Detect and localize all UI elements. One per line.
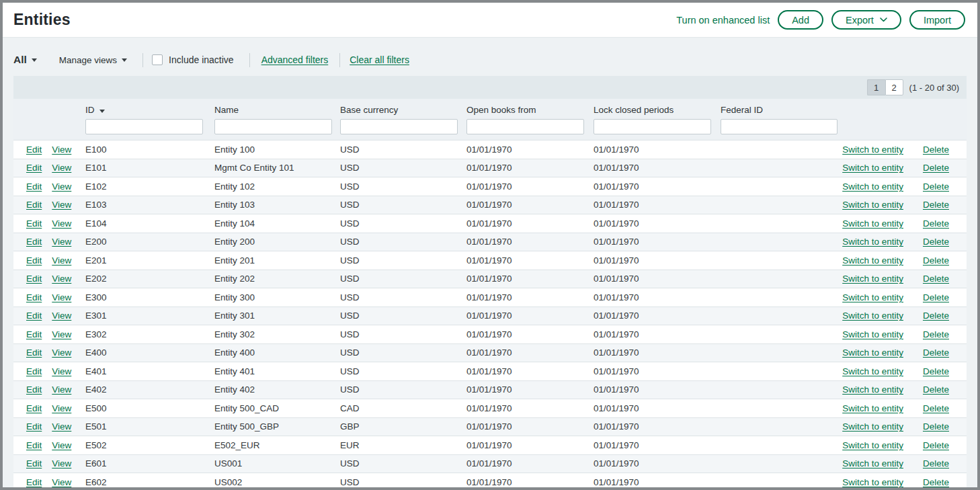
advanced-filters-link[interactable]: Advanced filters: [261, 54, 329, 65]
edit-link[interactable]: Edit: [26, 440, 42, 450]
delete-link[interactable]: Delete: [923, 163, 949, 173]
manage-views-dropdown[interactable]: Manage views: [59, 55, 127, 65]
filter-input-base-currency[interactable]: [340, 119, 458, 134]
edit-link[interactable]: Edit: [26, 329, 42, 339]
view-link[interactable]: View: [52, 163, 71, 173]
switch-to-entity-link[interactable]: Switch to entity: [842, 181, 903, 192]
edit-link[interactable]: Edit: [26, 477, 42, 487]
delete-link[interactable]: Delete: [923, 440, 949, 450]
switch-to-entity-link[interactable]: Switch to entity: [842, 292, 903, 302]
column-header-open-books-from[interactable]: Open books from: [466, 105, 594, 115]
switch-to-entity-link[interactable]: Switch to entity: [842, 163, 903, 173]
view-link[interactable]: View: [52, 200, 71, 210]
filter-input-id[interactable]: [85, 119, 203, 134]
switch-to-entity-link[interactable]: Switch to entity: [842, 237, 903, 247]
view-link[interactable]: View: [52, 440, 71, 450]
column-header-lock-closed-periods[interactable]: Lock closed periods: [594, 105, 721, 115]
view-link[interactable]: View: [52, 458, 71, 468]
switch-to-entity-link[interactable]: Switch to entity: [842, 329, 903, 339]
edit-link[interactable]: Edit: [26, 384, 42, 395]
edit-link[interactable]: Edit: [26, 181, 42, 192]
view-link[interactable]: View: [52, 477, 71, 487]
switch-to-entity-link[interactable]: Switch to entity: [842, 458, 903, 468]
filter-input-lock-closed-periods[interactable]: [594, 119, 711, 134]
page-button-2[interactable]: 2: [885, 79, 903, 95]
edit-link[interactable]: Edit: [26, 421, 42, 432]
edit-link[interactable]: Edit: [26, 274, 42, 284]
switch-to-entity-link[interactable]: Switch to entity: [842, 311, 903, 321]
column-header-federal-id[interactable]: Federal ID: [721, 105, 838, 115]
include-inactive-label[interactable]: Include inactive: [169, 54, 234, 65]
delete-link[interactable]: Delete: [923, 403, 949, 413]
edit-link[interactable]: Edit: [26, 403, 42, 413]
view-link[interactable]: View: [52, 237, 71, 247]
switch-to-entity-link[interactable]: Switch to entity: [842, 403, 903, 413]
add-button[interactable]: Add: [778, 10, 823, 30]
import-button[interactable]: Import: [909, 10, 965, 30]
delete-link[interactable]: Delete: [923, 311, 949, 321]
delete-link[interactable]: Delete: [923, 477, 949, 487]
delete-link[interactable]: Delete: [923, 237, 949, 247]
switch-to-entity-link[interactable]: Switch to entity: [842, 421, 903, 432]
view-link[interactable]: View: [52, 366, 71, 376]
edit-link[interactable]: Edit: [26, 255, 42, 266]
delete-link[interactable]: Delete: [923, 181, 949, 192]
view-link[interactable]: View: [52, 292, 71, 302]
delete-link[interactable]: Delete: [923, 348, 949, 358]
column-header-base-currency[interactable]: Base currency: [340, 105, 466, 115]
page-button-1[interactable]: 1: [867, 79, 885, 95]
edit-link[interactable]: Edit: [26, 292, 42, 302]
delete-link[interactable]: Delete: [923, 384, 949, 395]
delete-link[interactable]: Delete: [923, 292, 949, 302]
edit-link[interactable]: Edit: [26, 311, 42, 321]
edit-link[interactable]: Edit: [26, 218, 42, 229]
switch-to-entity-link[interactable]: Switch to entity: [842, 348, 903, 358]
edit-link[interactable]: Edit: [26, 145, 42, 155]
view-link[interactable]: View: [52, 403, 71, 413]
delete-link[interactable]: Delete: [923, 218, 949, 229]
switch-to-entity-link[interactable]: Switch to entity: [842, 255, 903, 266]
edit-link[interactable]: Edit: [26, 163, 42, 173]
edit-link[interactable]: Edit: [26, 458, 42, 468]
switch-to-entity-link[interactable]: Switch to entity: [842, 218, 903, 229]
switch-to-entity-link[interactable]: Switch to entity: [842, 477, 903, 487]
view-link[interactable]: View: [52, 181, 71, 192]
delete-link[interactable]: Delete: [923, 255, 949, 266]
delete-link[interactable]: Delete: [923, 458, 949, 468]
delete-link[interactable]: Delete: [923, 421, 949, 432]
edit-link[interactable]: Edit: [26, 200, 42, 210]
switch-to-entity-link[interactable]: Switch to entity: [842, 384, 903, 395]
filter-input-federal-id[interactable]: [721, 119, 838, 134]
switch-to-entity-link[interactable]: Switch to entity: [842, 200, 903, 210]
filter-input-open-books-from[interactable]: [466, 119, 584, 134]
include-inactive-checkbox[interactable]: [152, 54, 163, 65]
view-link[interactable]: View: [52, 218, 71, 229]
edit-link[interactable]: Edit: [26, 366, 42, 376]
view-selector-dropdown[interactable]: All: [13, 54, 37, 66]
column-header-name[interactable]: Name: [214, 105, 340, 115]
switch-to-entity-link[interactable]: Switch to entity: [842, 145, 903, 155]
view-link[interactable]: View: [52, 274, 71, 284]
delete-link[interactable]: Delete: [923, 329, 949, 339]
enhanced-list-link[interactable]: Turn on enhanced list: [676, 15, 770, 26]
delete-link[interactable]: Delete: [923, 145, 949, 155]
switch-to-entity-link[interactable]: Switch to entity: [842, 366, 903, 376]
export-button[interactable]: Export: [831, 10, 901, 30]
column-header-id[interactable]: ID: [85, 105, 214, 115]
clear-all-filters-link[interactable]: Clear all filters: [350, 54, 409, 65]
view-link[interactable]: View: [52, 348, 71, 358]
delete-link[interactable]: Delete: [923, 200, 949, 210]
edit-link[interactable]: Edit: [26, 237, 42, 247]
delete-link[interactable]: Delete: [923, 274, 949, 284]
switch-to-entity-link[interactable]: Switch to entity: [842, 274, 903, 284]
filter-input-name[interactable]: [214, 119, 332, 134]
view-link[interactable]: View: [52, 329, 71, 339]
view-link[interactable]: View: [52, 145, 71, 155]
delete-link[interactable]: Delete: [923, 366, 949, 376]
view-link[interactable]: View: [52, 421, 71, 432]
view-link[interactable]: View: [52, 384, 71, 395]
view-link[interactable]: View: [52, 311, 71, 321]
switch-to-entity-link[interactable]: Switch to entity: [842, 440, 903, 450]
view-link[interactable]: View: [52, 255, 71, 266]
edit-link[interactable]: Edit: [26, 348, 42, 358]
